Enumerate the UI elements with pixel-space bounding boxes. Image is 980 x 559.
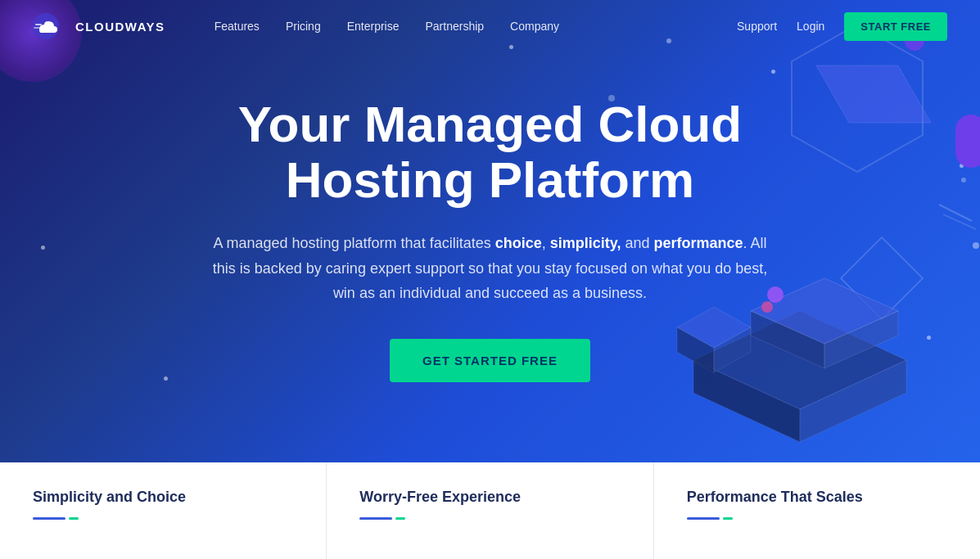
svg-marker-11 <box>824 311 898 368</box>
start-free-button[interactable]: START FREE <box>844 12 947 41</box>
svg-point-19 <box>973 242 979 249</box>
dot-3 <box>960 164 964 168</box>
nav-link-enterprise[interactable]: Enterprise <box>347 20 400 33</box>
nav-login-link[interactable]: Login <box>797 20 824 33</box>
logo[interactable]: CLOUDWAYS <box>33 8 165 44</box>
feature-card-simplicity: Simplicity and Choice <box>0 462 327 559</box>
nav-link-features[interactable]: Features <box>215 20 260 33</box>
hero-subtitle: A managed hosting platform that facilita… <box>212 231 769 306</box>
underline-teal-3 <box>723 517 733 520</box>
subtitle-comma: , <box>542 235 550 251</box>
feature-title-simplicity: Simplicity and Choice <box>33 489 293 506</box>
svg-rect-3 <box>955 115 980 168</box>
dot-5 <box>927 336 931 340</box>
feature-underline-performance <box>687 517 947 520</box>
underline-blue-3 <box>687 517 720 520</box>
underline-teal-2 <box>395 517 405 520</box>
features-bar: Simplicity and Choice Worry-Free Experie… <box>0 462 980 559</box>
feature-underline-worry-free <box>359 517 620 520</box>
underline-teal-1 <box>69 517 79 520</box>
subtitle-text-1: A managed hosting platform that facilita… <box>213 235 495 251</box>
dot-4 <box>41 246 45 250</box>
subtitle-bold-choice: choice <box>495 235 542 251</box>
subtitle-bold-performance: performance <box>653 235 743 251</box>
underline-blue-2 <box>359 517 392 520</box>
subtitle-text-and: and <box>621 235 653 251</box>
hero-section: Your Managed Cloud Hosting Platform A ma… <box>0 0 980 462</box>
nav-links: Features Pricing Enterprise Partnership … <box>215 20 737 33</box>
nav-right: Support Login START FREE <box>737 12 947 41</box>
svg-line-18 <box>943 214 976 229</box>
svg-marker-5 <box>841 237 923 319</box>
feature-card-worry-free: Worry-Free Experience <box>327 462 653 559</box>
hero-title: Your Managed Cloud Hosting Platform <box>163 97 818 208</box>
brand-name: CLOUDWAYS <box>75 20 165 34</box>
logo-icon <box>33 8 69 44</box>
hero-content: Your Managed Cloud Hosting Platform A ma… <box>163 97 818 382</box>
underline-blue-1 <box>33 517 65 520</box>
nav-link-pricing[interactable]: Pricing <box>286 20 321 33</box>
svg-line-17 <box>939 205 972 221</box>
get-started-button[interactable]: GET STARTED FREE <box>390 339 590 382</box>
dot-2 <box>771 70 775 74</box>
feature-underline-simplicity <box>33 517 293 520</box>
nav-link-partnership[interactable]: Partnership <box>425 20 484 33</box>
feature-title-worry-free: Worry-Free Experience <box>359 489 620 506</box>
feature-title-performance: Performance That Scales <box>687 489 947 506</box>
feature-card-performance: Performance That Scales <box>654 462 980 559</box>
navbar: CLOUDWAYS Features Pricing Enterprise Pa… <box>0 0 980 52</box>
svg-marker-2 <box>816 65 931 123</box>
nav-link-company[interactable]: Company <box>510 20 559 33</box>
svg-point-20 <box>961 178 966 183</box>
nav-support-link[interactable]: Support <box>737 20 777 33</box>
subtitle-bold-simplicity: simplicity, <box>550 235 621 251</box>
